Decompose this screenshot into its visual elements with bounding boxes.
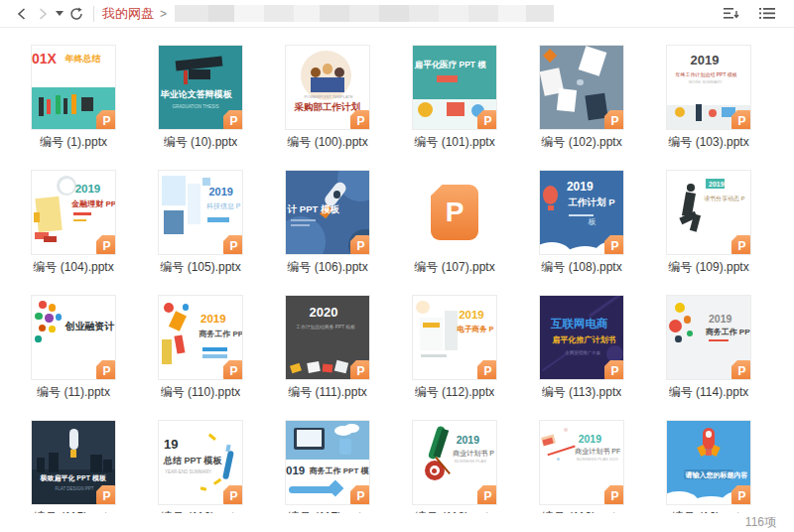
file-item[interactable]: 01X年终总结P 编号 (1).pptx [10, 28, 137, 153]
ppt-badge-icon: P [350, 360, 370, 380]
file-item[interactable]: P 编号 (102).pptx [518, 28, 645, 153]
file-item[interactable]: 2019商务工作 PPP 编号 (110).pptx [137, 278, 264, 403]
file-item[interactable]: 019商务工作 PPT 模P 编号 (117).pptx [264, 403, 391, 528]
file-thumbnail: POWERPOINT TEMPLATE采购部工作计划P [285, 45, 370, 130]
thumb-decoration [290, 363, 302, 374]
ppt-badge-icon: P [350, 235, 370, 255]
file-item[interactable]: 极致扁平化 PPT 模板FLAT DESIGN PPTP 编号 (115).pp… [10, 403, 137, 528]
file-item[interactable]: 2019读书分享动态 PP 编号 (109).pptx [645, 153, 772, 278]
chevron-right-icon [39, 8, 48, 20]
sort-button[interactable] [721, 3, 742, 25]
file-thumbnail: 2019商务工作 PPTP [666, 295, 751, 380]
file-thumbnail: 19总结 PPT 模板YEAR-END SUMMARYP [158, 420, 243, 505]
file-thumbnail: 01X年终总结P [31, 45, 116, 130]
file-name: 编号 (105).pptx [160, 259, 240, 276]
thumb-title-text: 年终工作计划总结 PPT 模板 [675, 72, 736, 78]
ppt-badge-icon: P [96, 110, 116, 130]
thumb-decoration [200, 486, 206, 490]
file-item[interactable]: 2019工作计划 P板P 编号 (108).pptx [518, 153, 645, 278]
thumb-decoration [71, 94, 76, 114]
history-dropdown-button[interactable] [54, 3, 66, 25]
caret-down-icon [56, 11, 64, 16]
ppt-badge-icon: P [477, 360, 497, 380]
ppt-badge-icon: P [223, 235, 243, 255]
file-name: 编号 (102).pptx [541, 134, 621, 151]
thumb-title-text: 计 PPT 模板 [288, 204, 339, 215]
file-item[interactable]: 2019商业计划书 PBUSINESS PLANP 编号 (118).pptx [391, 403, 518, 528]
thumb-decoration [56, 95, 61, 113]
thumb-title-text: 请输入您的标题内容 [685, 471, 747, 479]
breadcrumb-root[interactable]: 我的网盘 [102, 5, 154, 23]
thumb-decoration [706, 450, 713, 457]
thumb-decoration [35, 313, 43, 321]
file-item[interactable]: 毕业论文答辩模板GRADUATION THESISP 编号 (10).pptx [137, 28, 264, 153]
ppt-badge-icon: P [604, 485, 624, 505]
thumb-title-text: 商务工作 PPT 模 [310, 466, 369, 475]
file-item[interactable]: 2019科技信息 PP 编号 (105).pptx [137, 153, 264, 278]
thumb-decoration [334, 359, 348, 372]
file-item[interactable]: 2019年终工作计划总结 PPT 模板WORK SUMMARYP 编号 (103… [645, 28, 772, 153]
file-thumbnail: 2020工作计划总结商务 PPT 模板P [285, 295, 370, 380]
thumb-title-text: 工作计划总结商务 PPT 模板 [296, 325, 355, 331]
thumb-title-text: 创业融资计 [66, 321, 115, 332]
thumb-decoration [39, 301, 47, 309]
file-item[interactable]: 请输入您的标题内容P 编号 (12).pptx [645, 403, 772, 528]
thumb-decoration [103, 460, 111, 472]
file-item[interactable]: 扁平化医疗 PPT 模P 编号 (101).pptx [391, 28, 518, 153]
file-item[interactable]: 19总结 PPT 模板YEAR-END SUMMARYP 编号 (116).pp… [137, 403, 264, 528]
big-ppt-icon: P [431, 185, 478, 240]
ppt-badge-icon: P [604, 360, 624, 380]
file-item[interactable]: POWERPOINT TEMPLATE采购部工作计划P 编号 (100).ppt… [264, 28, 391, 153]
thumb-title-text: 2019 [208, 186, 232, 199]
file-name: 编号 (103).pptx [668, 134, 748, 151]
thumb-title-text: 采购部工作计划 [294, 102, 360, 113]
file-item[interactable]: 2019金融理财 PPP 编号 (104).pptx [10, 153, 137, 278]
thumb-decoration [69, 429, 78, 449]
file-thumbnail: P [412, 170, 497, 255]
thumb-title-text: 极致扁平化 PPT 模板 [40, 474, 106, 482]
file-name: 编号 (113).pptx [542, 384, 621, 401]
thumb-decoration [35, 335, 42, 342]
file-name: 编号 (111).pptx [288, 384, 367, 401]
thumb-decoration [557, 88, 578, 112]
file-item[interactable]: P 编号 (107).pptx [391, 153, 518, 278]
thumb-decoration [207, 217, 229, 222]
ppt-badge-icon: P [731, 235, 751, 255]
file-thumbnail: 创业融资计P [31, 295, 116, 380]
file-item[interactable]: 互联网电商扁平化推广计划书全网营销推广方案P 编号 (113).pptx [518, 278, 645, 403]
file-thumbnail: 毕业论文答辩模板GRADUATION THESISP [158, 45, 243, 130]
thumb-title-text: 2019 [567, 181, 594, 195]
thumb-decoration [579, 47, 607, 77]
file-item[interactable]: 计 PPT 模板P 编号 (106).pptx [264, 153, 391, 278]
thumb-decoration [189, 69, 210, 79]
file-item[interactable]: 2019商业计划书 PFBUSINESS PLAN 2019P 编号 (119)… [518, 403, 645, 528]
forward-button[interactable] [32, 3, 54, 25]
refresh-button[interactable] [66, 3, 87, 25]
view-mode-button[interactable] [756, 3, 778, 25]
thumb-decoration [81, 97, 93, 110]
thumb-title-text: WORK SUMMARY [689, 80, 723, 85]
file-name: 编号 (11).pptx [37, 384, 110, 401]
back-button[interactable] [10, 3, 32, 25]
file-item[interactable]: 2019商务工作 PPTP 编号 (114).pptx [645, 278, 772, 403]
file-name: 编号 (106).pptx [287, 259, 367, 276]
file-item[interactable]: 2019电子商务 PP 编号 (112).pptx [391, 278, 518, 403]
thumb-decoration [49, 304, 57, 312]
redacted-folder-path [175, 5, 554, 22]
file-thumbnail: P [539, 45, 624, 130]
thumb-title-text: 年终总结 [66, 54, 101, 64]
file-item[interactable]: 2020工作计划总结商务 PPT 模板P 编号 (111).pptx [264, 278, 391, 403]
thumb-decoration [421, 354, 446, 357]
thumb-title-text: 工作计划 P [569, 198, 615, 208]
file-grid: 01X年终总结P 编号 (1).pptx 毕业论文答辩模板GRADUATION … [10, 28, 784, 532]
thumb-decoration [162, 176, 186, 205]
thumb-decoration [188, 184, 200, 223]
thumb-decoration [183, 304, 190, 311]
thumb-title-text: 2019 [459, 309, 484, 322]
file-item[interactable]: 创业融资计P 编号 (11).pptx [10, 278, 137, 403]
thumb-decoration [70, 450, 76, 458]
ppt-badge-icon: P [350, 485, 370, 505]
thumb-decoration [543, 186, 558, 203]
thumb-decoration [543, 49, 557, 63]
thumb-title-text: BUSINESS PLAN [455, 460, 486, 465]
